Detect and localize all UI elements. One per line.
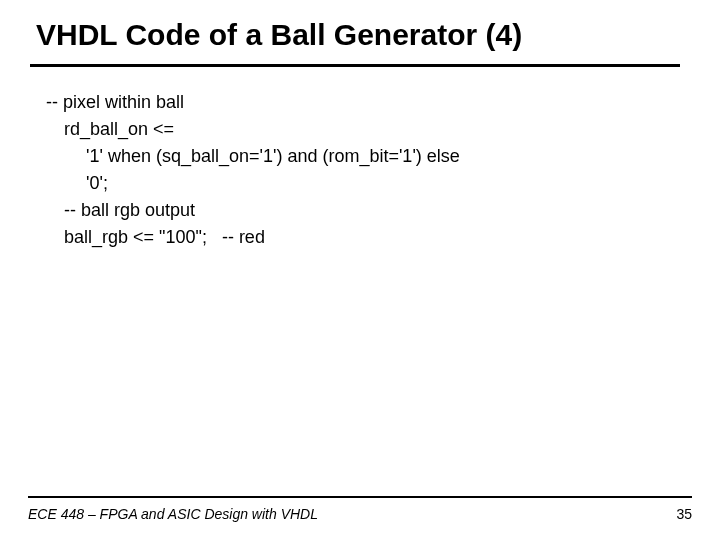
footer-text: ECE 448 – FPGA and ASIC Design with VHDL: [28, 506, 318, 522]
page-number: 35: [676, 506, 692, 522]
slide-title: VHDL Code of a Ball Generator (4): [36, 18, 692, 52]
slide-container: VHDL Code of a Ball Generator (4) -- pix…: [0, 0, 720, 540]
code-line: '0';: [86, 170, 692, 197]
code-line: -- pixel within ball: [46, 89, 692, 116]
code-line: rd_ball_on <=: [64, 116, 692, 143]
code-block: -- pixel within ball rd_ball_on <= '1' w…: [46, 89, 692, 251]
title-underline: [30, 64, 680, 67]
slide-footer: ECE 448 – FPGA and ASIC Design with VHDL…: [28, 496, 692, 522]
footer-row: ECE 448 – FPGA and ASIC Design with VHDL…: [28, 506, 692, 522]
code-line: ball_rgb <= "100"; -- red: [64, 224, 692, 251]
footer-divider: [28, 496, 692, 498]
code-line: '1' when (sq_ball_on='1') and (rom_bit='…: [86, 143, 692, 170]
code-line: -- ball rgb output: [64, 197, 692, 224]
